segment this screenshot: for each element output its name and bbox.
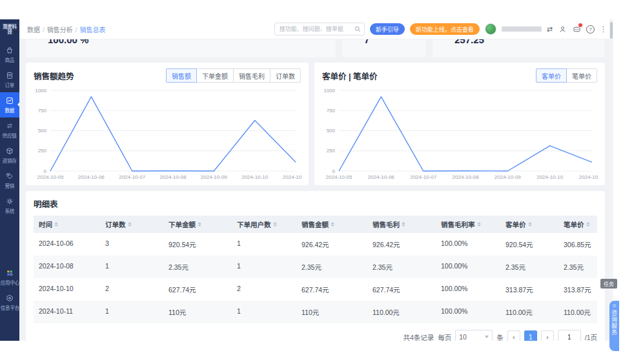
chart-toggle-button[interactable]: 客单价 bbox=[536, 68, 567, 83]
more-icon[interactable]: ⋮ bbox=[600, 26, 607, 33]
column-header-label: 下单金额 bbox=[169, 219, 196, 229]
charts-row: 销售额趋势 销售额下单金额销售毛利订单数 025050075010002024-… bbox=[26, 63, 605, 185]
current-page-button[interactable]: 1 bbox=[524, 330, 537, 341]
sidebar-item[interactable]: 系统 bbox=[0, 193, 19, 218]
table-cell: 100.00% bbox=[436, 278, 500, 301]
per-page-unit: 条 bbox=[496, 332, 504, 341]
sort-icon[interactable] bbox=[402, 222, 405, 227]
sort-icon[interactable] bbox=[198, 222, 201, 227]
promo-button[interactable]: 新功能上线，点击查看 bbox=[410, 23, 480, 35]
stat-value: 100.00 % bbox=[48, 39, 336, 45]
column-header-label: 时间 bbox=[39, 219, 52, 229]
stat-card: 257.25 bbox=[433, 39, 605, 57]
column-header[interactable]: 时间 bbox=[34, 216, 100, 233]
messages-icon[interactable] bbox=[572, 25, 581, 34]
column-header[interactable]: 下单金额 bbox=[163, 216, 232, 233]
prev-page-button[interactable]: ‹ bbox=[507, 330, 520, 341]
sort-asc-icon bbox=[528, 222, 532, 224]
search-icon[interactable] bbox=[354, 26, 361, 32]
column-header[interactable]: 销售毛利率 bbox=[436, 216, 500, 233]
sort-icon[interactable] bbox=[528, 222, 532, 227]
brand-logo: 观麦科技 bbox=[0, 19, 19, 42]
sidebar-item[interactable]: 进销存 bbox=[0, 143, 19, 168]
table-cell: 627.74元 bbox=[163, 278, 232, 301]
column-header[interactable]: 销售金额 bbox=[296, 216, 367, 233]
table-row[interactable]: 2024-10-102627.74元2627.74元627.74元100.00%… bbox=[34, 278, 597, 301]
table-row[interactable]: 2024-10-111110元1110元110.00元100.00%110.00… bbox=[34, 301, 597, 323]
table-row[interactable]: 2024-10-0812.35元12.35元2.35元100.00%2.35元2… bbox=[34, 256, 597, 278]
chart-toggle-button[interactable]: 笔单价 bbox=[566, 68, 597, 83]
breadcrumb-item[interactable]: 销售分析 bbox=[47, 26, 73, 34]
chart-toggle-button[interactable]: 订单数 bbox=[270, 68, 301, 83]
sort-asc-icon bbox=[402, 222, 405, 224]
chart-title: 销售额趋势 bbox=[34, 70, 74, 82]
column-header[interactable]: 下单用户数 bbox=[232, 216, 296, 233]
chart-metric-toggles: 销售额下单金额销售毛利订单数 bbox=[166, 68, 301, 83]
table-cell: 110元 bbox=[296, 301, 367, 323]
stat-card: 100.00 % bbox=[26, 39, 336, 57]
help-icon[interactable]: ? bbox=[586, 25, 595, 34]
chart-toggle-button[interactable]: 销售毛利 bbox=[233, 68, 271, 83]
next-page-button[interactable]: › bbox=[541, 330, 554, 341]
price-chart-card: 客单价 | 笔单价 客单价笔单价 025050075010002024-10-0… bbox=[314, 63, 605, 185]
customer-service-icon[interactable] bbox=[558, 25, 567, 34]
table-cell: 313.87元 bbox=[558, 278, 597, 301]
table-cell: 2.35元 bbox=[367, 256, 436, 278]
page-jump-input[interactable] bbox=[558, 330, 581, 341]
table-cell: 926.42元 bbox=[367, 233, 436, 256]
chart-toggle-button[interactable]: 销售额 bbox=[166, 68, 197, 83]
breadcrumb-item[interactable]: 数据 bbox=[27, 26, 40, 34]
scrollbar-thumb[interactable] bbox=[610, 22, 613, 39]
sort-asc-icon bbox=[128, 222, 132, 224]
svg-text:2024-10-05: 2024-10-05 bbox=[37, 174, 64, 180]
sort-icon[interactable] bbox=[54, 222, 58, 227]
table-cell: 926.42元 bbox=[296, 233, 367, 256]
column-header[interactable]: 笔单价 bbox=[558, 216, 597, 233]
avatar[interactable] bbox=[485, 23, 496, 35]
sidebar-item[interactable]: 营销 bbox=[0, 168, 19, 193]
guide-button[interactable]: 新手引导 bbox=[370, 23, 405, 35]
detail-table-card: 明细表 时间订单数下单金额下单用户数销售金额销售毛利销售毛利率客单价笔单价 20… bbox=[26, 191, 605, 341]
scrollbar-track[interactable] bbox=[609, 19, 613, 341]
column-header[interactable]: 订单数 bbox=[100, 216, 163, 233]
sort-icon[interactable] bbox=[128, 222, 132, 227]
per-page-select[interactable]: 10 bbox=[455, 330, 493, 341]
column-header[interactable]: 销售毛利 bbox=[367, 216, 436, 233]
sort-icon[interactable] bbox=[586, 222, 590, 227]
sidebar-item[interactable]: 订单 bbox=[0, 67, 19, 92]
app-window: 观麦科技 商品订单数据供应链进销存营销系统 应用中心信息平台 数据/销售分析/销… bbox=[0, 19, 613, 341]
sidebar-bottom-nav: 应用中心信息平台 bbox=[0, 265, 19, 341]
table-row[interactable]: 2024-10-063920.54元1926.42元926.42元100.00%… bbox=[34, 233, 597, 256]
switch-account-icon[interactable]: ⇄ bbox=[547, 26, 553, 33]
column-header-label: 订单数 bbox=[105, 219, 126, 229]
sidebar-item[interactable]: 供应链 bbox=[0, 117, 19, 143]
svg-text:2024-10-05: 2024-10-05 bbox=[326, 174, 352, 180]
global-search[interactable] bbox=[274, 23, 365, 35]
chart-toggle-button[interactable]: 下单金额 bbox=[196, 68, 234, 83]
sidebar-item[interactable]: 应用中心 bbox=[0, 265, 19, 290]
column-header-label: 客单价 bbox=[506, 219, 526, 229]
svg-text:500: 500 bbox=[327, 128, 336, 134]
sort-icon[interactable] bbox=[273, 222, 277, 227]
stat-value: 7 bbox=[364, 39, 426, 45]
table-title: 明细表 bbox=[34, 197, 597, 210]
service-ribbon[interactable]: ☺ 咨询服务 bbox=[609, 301, 619, 351]
table-cell: 2 bbox=[100, 278, 163, 301]
sort-icon[interactable] bbox=[477, 222, 481, 227]
sort-asc-icon bbox=[331, 222, 334, 224]
search-input[interactable] bbox=[278, 25, 354, 33]
per-page-value: 10 bbox=[459, 333, 467, 341]
system-icon bbox=[5, 197, 14, 206]
sort-desc-icon bbox=[331, 225, 334, 227]
svg-text:0: 0 bbox=[332, 168, 336, 174]
svg-text:2024-10-09: 2024-10-09 bbox=[495, 174, 521, 180]
sidebar-nav: 商品订单数据供应链进销存营销系统 bbox=[0, 42, 19, 218]
sidebar-item[interactable]: 信息平台 bbox=[0, 290, 19, 315]
sidebar-item[interactable]: 商品 bbox=[0, 42, 19, 67]
task-tag[interactable]: 任务 bbox=[600, 279, 617, 288]
column-header[interactable]: 客单价 bbox=[500, 216, 558, 233]
sort-icon[interactable] bbox=[331, 222, 334, 227]
page-count-suffix: /1页 bbox=[585, 332, 597, 341]
svg-text:750: 750 bbox=[38, 108, 47, 114]
sidebar-item[interactable]: 数据 bbox=[0, 92, 19, 117]
